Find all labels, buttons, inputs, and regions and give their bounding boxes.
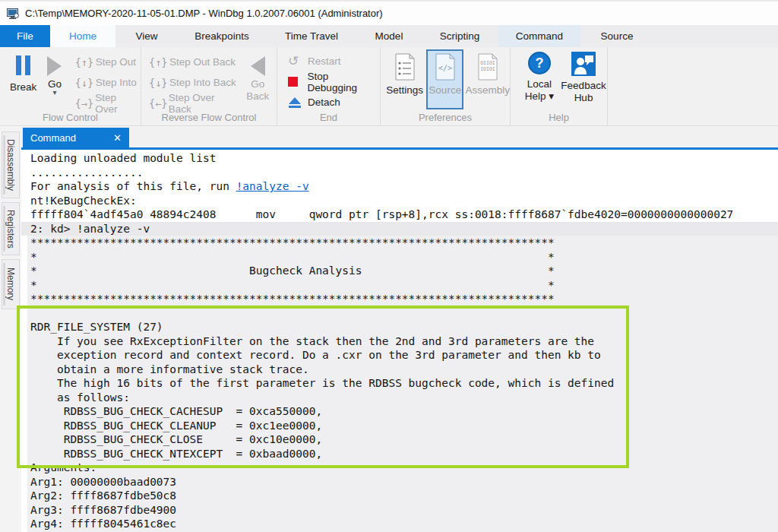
chevron-down-icon: ▾ <box>52 90 56 96</box>
local-help-button[interactable]: ? LocalHelp ▾ <box>520 52 559 104</box>
step-out-back-icon: {↑} <box>149 56 169 68</box>
group-preferences: Settings </> Source OIIOI IOIOI Assembly <box>381 47 511 125</box>
go-back-button[interactable]: GoBack <box>239 51 277 112</box>
ribbon-tab-view[interactable]: View <box>115 25 178 47</box>
step-into-button[interactable]: {↓} Step Into <box>75 74 141 91</box>
pause-icon <box>16 55 30 75</box>
sidebar-tab-memory[interactable]: Memory <box>2 259 20 309</box>
group-help: ? LocalHelp ▾ FeedbackHub Help <box>511 47 608 125</box>
command-tab-label: Command <box>30 132 76 144</box>
svg-text:IOIOI: IOIOI <box>480 66 495 72</box>
highlight-annotation-box <box>17 306 629 468</box>
step-out-icon: {↑} <box>75 56 96 68</box>
settings-list-icon <box>394 53 416 81</box>
step-over-back-button[interactable]: {←} Step Over Back <box>149 94 237 112</box>
ribbon-tab-time-travel[interactable]: Time Travel <box>266 25 357 47</box>
restart-icon: ↺ <box>288 55 299 68</box>
command-window-tab[interactable]: Command ✕ <box>23 128 129 147</box>
ribbon: Break Go ▾ {↑} Step Out {↓} Step Into {→… <box>0 47 778 126</box>
help-question-icon: ? <box>528 52 551 74</box>
end-group-label: End <box>277 112 380 123</box>
stop-icon <box>288 77 298 87</box>
detach-eject-icon <box>288 97 301 108</box>
group-end: ↺ Restart Stop Debugging Detach End <box>277 47 381 125</box>
sidebar-tab-registers[interactable]: Registers <box>2 202 20 255</box>
play-icon <box>47 56 62 76</box>
assembly-binary-icon: OIIOI IOIOI <box>476 53 499 81</box>
window-title: C:\Temp\MEMORY-2020-11-05-01.DMP - WinDb… <box>25 8 383 19</box>
analyze-hint-line: For analysis of this file, run !analyze … <box>21 179 778 194</box>
go-button[interactable]: Go ▾ <box>40 51 68 112</box>
group-reverse-flow-control: {↑} Step Out Back {↓} Step Into Back {←}… <box>141 47 277 125</box>
help-group-label: Help <box>511 112 607 123</box>
console-lines-top: Loading unloaded module list ...........… <box>21 151 778 179</box>
group-flow-control: Break Go ▾ {↑} Step Out {↓} Step Into {→… <box>0 47 141 125</box>
reverse-flow-group-label: Reverse Flow Control <box>141 112 277 123</box>
document-tab-row: Command ✕ <box>21 126 778 147</box>
preferences-group-label: Preferences <box>381 112 510 123</box>
ribbon-tab-row: File Home View Breakpoints Time Travel M… <box>0 25 778 47</box>
source-button[interactable]: </> Source <box>426 49 463 109</box>
break-button[interactable]: Break <box>6 51 40 112</box>
step-over-icon: {→} <box>75 97 96 109</box>
step-over-button[interactable]: {→} Step Over <box>75 94 141 112</box>
svg-text:</>: </> <box>438 64 452 72</box>
svg-text:OIIOI: OIIOI <box>480 60 495 66</box>
feedback-hub-button[interactable]: FeedbackHub <box>564 52 603 104</box>
close-icon[interactable]: ✕ <box>113 132 122 144</box>
source-code-icon: </> <box>434 53 457 81</box>
console-lines-bugcheck: nt!KeBugCheckEx: fffff804`4adf45a0 48894… <box>21 194 778 222</box>
step-out-button[interactable]: {↑} Step Out <box>75 53 141 71</box>
step-over-back-icon: {←} <box>149 97 169 109</box>
sidebar-tab-disassembly[interactable]: Disassembly <box>2 131 20 198</box>
ribbon-tab-breakpoints[interactable]: Breakpoints <box>178 25 266 47</box>
title-bar: C:\Temp\MEMORY-2020-11-05-01.DMP - WinDb… <box>0 0 778 25</box>
play-back-icon <box>251 56 265 76</box>
ribbon-tab-scripting[interactable]: Scripting <box>421 25 498 47</box>
feedback-hub-icon <box>571 52 596 76</box>
ribbon-tab-home[interactable]: Home <box>50 25 115 47</box>
step-into-back-button[interactable]: {↓} Step Into Back <box>149 74 237 91</box>
analyze-command-link[interactable]: !analyze -v <box>236 180 309 192</box>
flow-control-group-label: Flow Control <box>0 112 141 123</box>
step-out-back-button[interactable]: {↑} Step Out Back <box>149 53 237 71</box>
settings-button[interactable]: Settings <box>384 49 425 109</box>
command-echo-line: 2: kd> !analyze -v <box>21 222 778 236</box>
restart-button[interactable]: ↺ Restart <box>288 52 380 70</box>
detach-button[interactable]: Detach <box>288 93 380 111</box>
step-into-back-icon: {↓} <box>149 77 169 89</box>
ribbon-tab-command[interactable]: Command <box>498 25 580 47</box>
assembly-button[interactable]: OIIOI IOIOI Assembly <box>465 49 510 109</box>
stop-debugging-button[interactable]: Stop Debugging <box>288 73 380 90</box>
ribbon-tab-file[interactable]: File <box>0 25 50 47</box>
break-label: Break <box>10 81 36 93</box>
windbg-app-icon <box>7 8 20 19</box>
ribbon-tab-model[interactable]: Model <box>357 25 421 47</box>
ribbon-tab-source[interactable]: Source <box>580 25 653 47</box>
step-into-icon: {↓} <box>75 77 96 89</box>
